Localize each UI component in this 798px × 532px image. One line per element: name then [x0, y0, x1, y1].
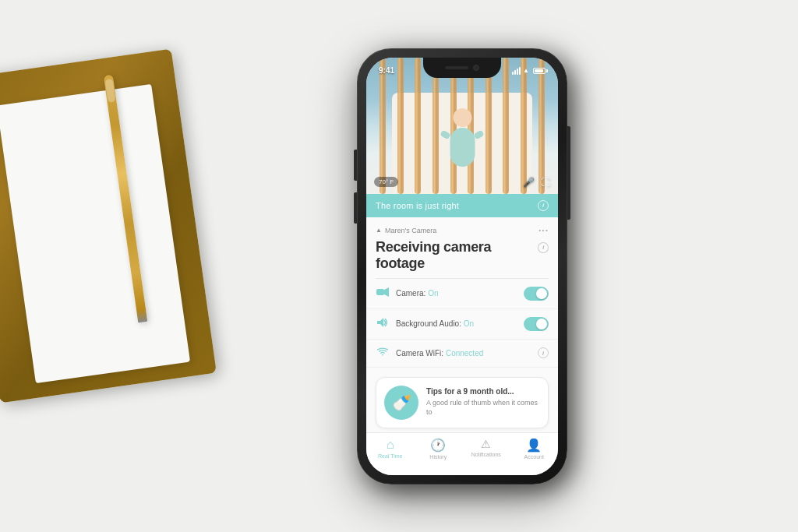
phone-wrapper: 9:41 ▲	[357, 48, 567, 484]
history-icon: 🕐	[430, 438, 446, 453]
main-title: Receiving camera footage	[376, 239, 538, 272]
wifi-setting-row: Camera WiFi: Connected i	[366, 340, 558, 368]
battery-icon	[533, 68, 546, 74]
svg-marker-2	[377, 318, 383, 327]
camera-setting-label: Camera: On	[396, 289, 438, 298]
wifi-setting-label: Camera WiFi: Connected	[396, 349, 483, 358]
tips-card[interactable]: 🍼 Tips for a 9 month old... A good rule …	[376, 377, 549, 428]
camera-overlay: 70° F 🎤 ⛶	[366, 177, 558, 188]
baby-body	[450, 128, 475, 167]
dots-menu-button[interactable]: ···	[538, 225, 549, 236]
phone-notch	[423, 58, 501, 78]
chevron-up-icon[interactable]: ▲	[376, 227, 382, 234]
camera-toggle[interactable]	[524, 287, 549, 301]
home-icon: ⌂	[387, 438, 394, 452]
tips-preview: A good rule of thumb when it comes to	[426, 398, 540, 417]
tips-text-area: Tips for a 9 month old... A good rule of…	[426, 386, 540, 417]
camera-controls: 🎤 ⛶	[523, 177, 550, 188]
app-content[interactable]: ▲ Maren's Camera ··· Receiving camera fo…	[366, 217, 558, 432]
audio-setting-icon	[376, 318, 390, 329]
audio-setting-label: Background Audio: On	[396, 319, 474, 328]
bottom-navigation: ⌂ Real Time 🕐 History ⚠ Notifications 👤 …	[366, 432, 558, 475]
battery-fill	[535, 69, 543, 72]
nav-account-label: Account	[524, 454, 544, 460]
nav-notifications-label: Notifications	[471, 452, 501, 457]
nav-account[interactable]: 👤 Account	[510, 438, 559, 460]
camera-section-name: Maren's Camera	[385, 227, 436, 234]
temperature-badge: 70° F	[374, 177, 398, 187]
camera-setting-left: Camera: On	[376, 287, 438, 299]
microphone-button[interactable]: 🎤	[523, 177, 535, 188]
status-time: 9:41	[379, 66, 394, 75]
wifi-setting-left: Camera WiFi: Connected	[376, 347, 483, 359]
wifi-connected-value: Connected	[446, 349, 483, 358]
signal-bar-3	[517, 69, 518, 75]
camera-setting-row: Camera: On	[366, 279, 558, 309]
nav-history[interactable]: 🕐 History	[415, 438, 463, 460]
main-title-row: Receiving camera footage i	[366, 239, 558, 278]
account-icon: 👤	[526, 438, 542, 453]
baby-figure	[441, 108, 484, 167]
notifications-icon: ⚠	[481, 438, 491, 450]
signal-bar-4	[519, 67, 521, 75]
phone-outer-shell: 9:41 ▲	[357, 48, 567, 484]
audio-toggle[interactable]	[524, 317, 549, 331]
wifi-info-icon[interactable]: i	[538, 347, 549, 358]
room-status-bar: The room is just right i	[366, 194, 558, 217]
nav-history-label: History	[429, 454, 447, 460]
audio-on-value: On	[464, 319, 474, 328]
phone-screen: 9:41 ▲	[366, 58, 558, 475]
section-title-row: ▲ Maren's Camera	[376, 227, 436, 234]
audio-setting-left: Background Audio: On	[376, 318, 474, 329]
wifi-setting-icon	[376, 347, 390, 359]
audio-setting-row: Background Audio: On	[366, 309, 558, 340]
nav-notifications[interactable]: ⚠ Notifications	[462, 438, 510, 457]
svg-marker-1	[384, 287, 389, 297]
room-status-text: The room is just right	[376, 201, 459, 210]
section-header: ▲ Maren's Camera ···	[366, 217, 558, 239]
notch-camera	[473, 65, 479, 71]
wifi-status-icon: ▲	[523, 67, 529, 74]
tips-title: Tips for a 9 month old...	[426, 387, 540, 396]
nav-realtime[interactable]: ⌂ Real Time	[366, 438, 415, 459]
tips-icon: 🍼	[384, 386, 418, 420]
fullscreen-button[interactable]: ⛶	[541, 177, 550, 188]
camera-setting-icon	[376, 287, 390, 299]
status-icons: ▲	[512, 67, 546, 75]
main-title-info-icon[interactable]: i	[538, 242, 549, 253]
room-status-info-icon[interactable]: i	[538, 200, 549, 211]
nav-realtime-label: Real Time	[378, 453, 403, 459]
svg-rect-0	[376, 289, 384, 295]
camera-on-value: On	[428, 289, 438, 298]
baby-arm-right	[473, 129, 484, 139]
notch-speaker	[445, 66, 468, 69]
baby-head	[453, 108, 471, 127]
signal-bar-2	[514, 70, 516, 75]
signal-bars	[512, 67, 521, 75]
signal-bar-1	[512, 72, 514, 75]
